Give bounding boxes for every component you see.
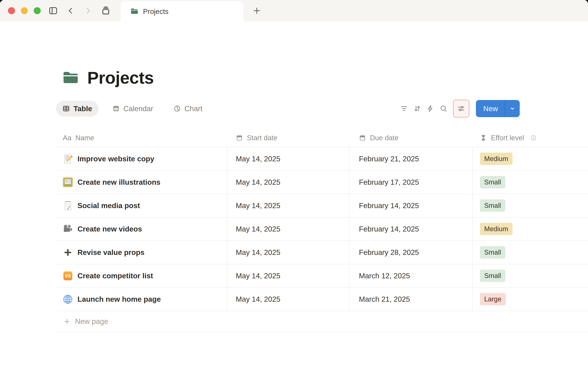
view-tab-chart[interactable]: Chart xyxy=(167,101,209,117)
view-tab-calendar[interactable]: Calendar xyxy=(106,101,160,117)
name-cell[interactable]: Social media post xyxy=(57,194,227,217)
view-tab-table[interactable]: Table xyxy=(56,101,99,117)
view-switcher: Table Calendar Chart xyxy=(56,101,209,117)
automations-button[interactable] xyxy=(424,100,437,117)
effort-cell[interactable]: Medium xyxy=(472,217,588,241)
date-value: May 14, 2025 xyxy=(236,225,280,233)
effort-badge: Small xyxy=(480,246,505,259)
tab-bar: Projects xyxy=(0,0,588,21)
due-date-cell[interactable]: February 14, 2025 xyxy=(349,194,472,217)
start-date-cell[interactable]: May 14, 2025 xyxy=(227,194,349,217)
column-label: Start date xyxy=(247,134,277,142)
date-value: February 28, 2025 xyxy=(359,248,419,257)
effort-badge: Small xyxy=(480,270,505,282)
effort-cell[interactable]: Small xyxy=(472,194,588,217)
name-cell[interactable]: Revise value props xyxy=(57,241,227,264)
zoom-window-button[interactable] xyxy=(34,7,41,14)
date-value: May 14, 2025 xyxy=(236,155,280,163)
page-name: Create new illustrations xyxy=(78,178,160,186)
search-icon xyxy=(440,104,448,113)
start-date-cell[interactable]: May 14, 2025 xyxy=(227,264,349,287)
sort-button[interactable] xyxy=(411,100,424,117)
table-row[interactable]: Create new illustrations May 14, 2025 Fe… xyxy=(57,171,588,194)
date-value: February 14, 2025 xyxy=(359,225,419,233)
new-tab-button[interactable] xyxy=(247,0,267,21)
due-date-cell[interactable]: February 21, 2025 xyxy=(349,147,472,170)
filter-button[interactable] xyxy=(398,100,411,117)
tab-title: Projects xyxy=(143,7,168,16)
tab-projects[interactable]: Projects xyxy=(121,1,243,21)
start-date-cell[interactable]: May 14, 2025 xyxy=(227,241,349,264)
start-date-cell[interactable]: May 14, 2025 xyxy=(227,171,349,194)
date-value: May 14, 2025 xyxy=(236,295,280,303)
effort-cell[interactable]: Small xyxy=(472,171,588,194)
name-cell[interactable]: VS Create competitor list xyxy=(57,264,227,287)
effort-badge: Small xyxy=(480,200,505,212)
new-page-button[interactable]: New page xyxy=(57,311,588,332)
table-row[interactable]: VS Create competitor list May 14, 2025 M… xyxy=(57,264,588,288)
due-date-cell[interactable]: February 17, 2025 xyxy=(349,171,472,194)
due-date-cell[interactable]: February 14, 2025 xyxy=(349,217,472,241)
page-title[interactable]: Projects xyxy=(87,68,154,88)
calendar-icon xyxy=(359,134,366,141)
memo-emoji xyxy=(62,154,73,164)
view-settings-button[interactable] xyxy=(453,100,469,117)
start-date-cell[interactable]: May 14, 2025 xyxy=(227,288,349,311)
name-cell[interactable]: Launch new home page xyxy=(57,288,227,311)
table-row[interactable]: Launch new home page May 14, 2025 March … xyxy=(57,288,588,311)
column-header-effort-level[interactable]: Effort level xyxy=(472,128,588,147)
column-header-due-date[interactable]: Due date xyxy=(349,128,472,147)
column-header-start-date[interactable]: Start date xyxy=(227,128,349,147)
effort-cell[interactable]: Small xyxy=(472,264,588,287)
tab-stack-icon[interactable] xyxy=(101,6,111,16)
effort-cell[interactable]: Medium xyxy=(472,147,588,170)
new-button-dropdown[interactable] xyxy=(505,100,520,117)
date-value: March 12, 2025 xyxy=(359,272,410,280)
due-date-cell[interactable]: March 12, 2025 xyxy=(349,264,472,287)
table-row[interactable]: Social media post May 14, 2025 February … xyxy=(57,194,588,217)
new-button[interactable]: New xyxy=(476,100,505,117)
minimize-window-button[interactable] xyxy=(21,7,28,14)
page-name: Launch new home page xyxy=(78,295,161,303)
date-value: March 21, 2025 xyxy=(359,295,410,303)
sidebar-toggle-icon[interactable] xyxy=(49,6,58,15)
effort-cell[interactable]: Small xyxy=(472,241,588,264)
start-date-cell[interactable]: May 14, 2025 xyxy=(227,217,349,241)
calendar-icon xyxy=(112,105,120,112)
spiral-notepad-emoji xyxy=(62,200,73,211)
hourglass-icon xyxy=(480,134,487,141)
start-date-cell[interactable]: May 14, 2025 xyxy=(227,147,349,170)
search-button[interactable] xyxy=(437,100,450,117)
table-row[interactable]: Improve website copy May 14, 2025 Februa… xyxy=(57,147,588,171)
page-name: Revise value props xyxy=(78,248,145,257)
column-label: Name xyxy=(75,134,94,142)
forward-icon[interactable] xyxy=(84,7,92,15)
window-controls xyxy=(8,7,41,14)
date-value: May 14, 2025 xyxy=(236,272,280,280)
filter-icon xyxy=(400,104,408,113)
due-date-cell[interactable]: March 21, 2025 xyxy=(349,288,472,311)
vs-emoji: VS xyxy=(62,270,73,281)
folder-icon xyxy=(61,68,80,87)
date-value: May 14, 2025 xyxy=(236,248,280,257)
info-icon[interactable] xyxy=(530,134,537,141)
effort-badge: Medium xyxy=(480,153,512,165)
back-icon[interactable] xyxy=(67,7,75,15)
new-page-label: New page xyxy=(75,317,108,325)
new-split-button: New xyxy=(476,100,520,117)
table-header: Aa Name Start date Due date xyxy=(57,128,588,147)
column-header-name[interactable]: Aa Name xyxy=(57,128,227,147)
table-row[interactable]: Revise value props May 14, 2025 February… xyxy=(57,241,588,264)
due-date-cell[interactable]: February 28, 2025 xyxy=(349,241,472,264)
date-value: February 21, 2025 xyxy=(359,155,419,163)
table-row[interactable]: Create new videos May 14, 2025 February … xyxy=(57,217,588,241)
effort-cell[interactable]: Large xyxy=(472,288,588,311)
column-label: Due date xyxy=(370,134,398,142)
close-window-button[interactable] xyxy=(8,7,15,14)
name-cell[interactable]: Create new videos xyxy=(57,217,227,241)
name-cell[interactable]: Improve website copy xyxy=(57,147,227,170)
page-name: Create competitor list xyxy=(78,272,153,280)
folder-icon xyxy=(130,7,139,16)
name-cell[interactable]: Create new illustrations xyxy=(57,171,227,194)
sort-icon xyxy=(413,104,421,113)
